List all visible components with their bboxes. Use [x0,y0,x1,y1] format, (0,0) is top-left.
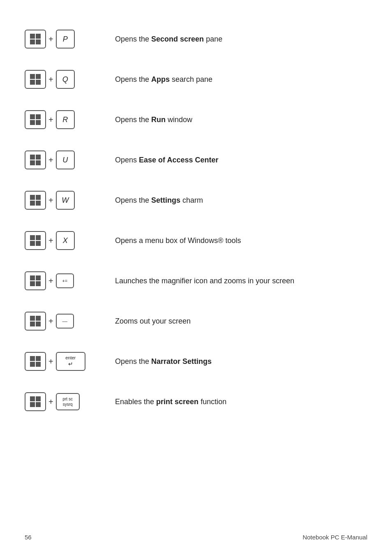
key-combo-u: + U [25,150,115,169]
key-combo-prtsc: + prt sc sysrq [25,392,115,411]
key-combo-enter: + enter ↵ [25,352,115,371]
win-grid-icon [30,195,41,206]
win-key [25,392,46,411]
win-key [25,352,46,371]
page-content: + P Opens the Second screen pane + Q Ope… [0,0,392,460]
win-grid-icon [30,114,41,125]
key-enter: enter ↵ [56,352,85,371]
shortcut-row: + enter ↵ Opens the Narrator Settings [25,347,367,376]
shortcut-row: + U Opens Ease of Access Center [25,146,367,174]
win-grid-icon [30,396,41,407]
key-combo-p: + P [25,30,115,49]
description-p: Opens the Second screen pane [115,34,222,45]
win-grid-icon [30,275,41,286]
shortcut-row: + + = Launches the magnifier icon and zo… [25,266,367,295]
plus-sign: + [48,276,53,286]
win-grid-icon [30,356,41,367]
plus-sign: + [48,357,53,366]
shortcut-row: + – – Zooms out your screen [25,307,367,336]
shortcut-row: + Q Opens the Apps search pane [25,65,367,94]
letter-key-w: W [56,191,75,210]
win-key [25,231,46,250]
description-r: Opens the Run window [115,114,192,125]
manual-title: Notebook PC E-Manual [302,534,367,541]
plus-sign: + [48,75,53,84]
shortcut-row: + W Opens the Settings charm [25,186,367,215]
win-grid-icon [30,74,41,85]
shortcut-row: + R Opens the Run window [25,105,367,134]
description-prtsc: Enables the print screen function [115,396,226,407]
plus-sign: + [48,196,53,205]
key-combo-q: + Q [25,70,115,89]
shortcut-row: + X Opens a menu box of Windows® tools [25,226,367,255]
page-number: 56 [25,534,32,541]
win-grid-icon [30,34,41,44]
win-key [25,70,46,89]
letter-key-p: P [56,30,75,49]
description-u: Opens Ease of Access Center [115,155,218,166]
description-w: Opens the Settings charm [115,195,203,206]
description-zoomout: Zooms out your screen [115,316,191,327]
plus-sign: + [48,155,53,165]
shortcut-row: + P Opens the Second screen pane [25,25,367,53]
plus-sign: + [48,317,53,326]
win-key [25,271,46,290]
key-combo-r: + R [25,110,115,129]
page-footer: 56 Notebook PC E-Manual [25,534,367,541]
letter-key-x: X [56,231,75,250]
letter-key-q: Q [56,70,75,89]
key-prtsc: prt sc sysrq [56,393,80,410]
letter-key-u: U [56,150,75,169]
key-minus: – – [56,314,74,329]
key-combo-plus: + + = [25,271,115,290]
description-enter: Opens the Narrator Settings [115,356,212,367]
key-combo-x: + X [25,231,115,250]
plus-sign: + [48,115,53,125]
plus-sign: + [48,35,53,44]
win-grid-icon [30,155,41,165]
key-combo-w: + W [25,191,115,210]
win-key [25,110,46,129]
win-key [25,191,46,210]
description-x: Opens a menu box of Windows® tools [115,235,241,246]
win-grid-icon [30,235,41,246]
letter-key-r: R [56,110,75,129]
description-magnify: Launches the magnifier icon and zooms in… [115,275,294,287]
win-grid-icon [30,316,41,326]
key-combo-minus: + – – [25,312,115,331]
description-q: Opens the Apps search pane [115,74,212,85]
win-key [25,150,46,169]
plus-sign: + [48,397,53,407]
key-plus-equals: + = [56,273,74,288]
shortcut-row: + prt sc sysrq Enables the print screen … [25,387,367,416]
plus-sign: + [48,236,53,245]
win-key [25,30,46,49]
win-key [25,312,46,331]
